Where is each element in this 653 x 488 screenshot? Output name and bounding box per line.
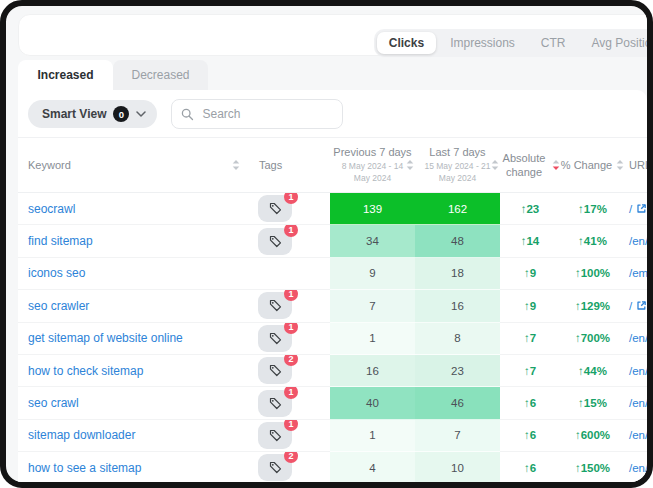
previous-7-days-title: Previous 7 days [333,146,411,158]
keyword-link[interactable]: find sitemap [18,225,250,257]
last-7-days-range: 15 May 2024 - 21 May 2024 [419,161,497,183]
sort-icon[interactable] [616,159,624,171]
tag-count-badge: 1 [284,387,298,398]
url-link[interactable]: /en/ [625,355,647,387]
tag-icon [269,235,282,248]
tag-icon [269,397,282,410]
previous-7-days-value: 139 [330,193,415,225]
absolute-change-label: Absolute change [500,151,548,180]
keyword-link[interactable]: seocrawl [18,193,250,225]
table-row: how to check sitemap 2 16 23 ↑7 ↑44% /en… [18,355,647,387]
sort-icon-active-desc[interactable] [552,159,560,171]
keyword-link[interactable]: seo crawler [18,290,250,322]
url-link[interactable]: /en/ [625,225,647,257]
external-link-icon[interactable] [636,203,647,214]
url-link[interactable]: / [625,193,647,225]
percent-change-value: ↑15% [560,387,625,419]
tag-chip-button[interactable]: 1 [258,228,292,255]
metric-tab-clicks[interactable]: Clicks [377,32,436,54]
url-text: /en/ [629,397,647,409]
main-panel: Smart View 0 Keyword [18,90,647,482]
column-header-tags-label: Tags [259,159,282,171]
tag-chip-button[interactable]: 1 [258,325,292,352]
absolute-change-value: ↑14 [500,225,560,257]
table-row: get sitemap of website online 1 1 8 ↑7 ↑… [18,323,647,355]
sort-icon[interactable] [491,159,499,171]
url-text: / [629,203,632,215]
browser-frame: ClicksImpressionsCTRAvg Position Increas… [0,0,653,488]
last-7-days-value: 18 [415,258,500,290]
tag-chip-button[interactable]: 1 [258,195,292,222]
tag-icon [269,364,282,377]
tag-chip-button[interactable]: 1 [258,292,292,319]
smart-view-dropdown[interactable]: Smart View 0 [28,100,157,128]
metric-tab-avg-position[interactable]: Avg Position [580,32,653,54]
column-header-keyword[interactable]: Keyword [18,138,250,192]
tags-cell [250,258,330,290]
url-link[interactable]: /en/ [625,420,647,452]
column-header-absolute-change[interactable]: Absolute change [500,138,560,192]
last-7-days-value: 16 [415,290,500,322]
tab-increased[interactable]: Increased [18,60,113,90]
tag-count-badge: 2 [284,355,298,366]
column-header-last-7-days[interactable]: Last 7 days 15 May 2024 - 21 May 2024 [415,138,500,192]
column-header-keyword-label: Keyword [28,159,71,171]
sort-icon[interactable] [232,159,240,171]
last-7-days-value: 23 [415,355,500,387]
metric-tab-ctr[interactable]: CTR [529,32,578,54]
column-header-percent-change[interactable]: % Change [560,138,625,192]
table-body: seocrawl 1 139 162 ↑23 ↑17% / find sitem… [18,193,647,485]
absolute-change-value: ↑7 [500,355,560,387]
tag-chip-button[interactable]: 1 [258,422,292,449]
tag-chip-button[interactable]: 1 [258,390,292,417]
tag-chip-button[interactable]: 2 [258,454,292,481]
keyword-link[interactable]: sitemap downloader [18,420,250,452]
url-link[interactable]: /en/ [625,323,647,355]
tags-cell: 2 [250,355,330,387]
screenshot-stage: ClicksImpressionsCTRAvg Position Increas… [0,0,653,488]
url-link[interactable]: /em [625,258,647,290]
percent-change-label: % Change [561,159,612,171]
tags-cell: 1 [250,225,330,257]
url-link[interactable]: /en/ [625,452,647,484]
absolute-change-value: ↑9 [500,258,560,290]
column-header-previous-7-days[interactable]: Previous 7 days 8 May 2024 - 14 May 2024 [330,138,415,192]
url-text: /en/ [629,235,647,247]
metric-tab-impressions[interactable]: Impressions [438,32,527,54]
absolute-change-value: ↑23 [500,193,560,225]
url-text: /en/ [629,332,647,344]
keyword-link[interactable]: get sitemap of website online [18,323,250,355]
keyword-link[interactable]: iconos seo [18,258,250,290]
table-row: sitemap downloader 1 1 7 ↑6 ↑600% /en/ [18,420,647,452]
url-text: / [629,300,632,312]
keyword-link[interactable]: seo crawl [18,387,250,419]
tab-decreased[interactable]: Decreased [113,60,208,90]
tag-count-badge: 2 [284,452,298,463]
percent-change-value: ↑600% [560,420,625,452]
chevron-down-icon [136,111,146,117]
tags-cell: 1 [250,290,330,322]
url-link[interactable]: /en/ [625,387,647,419]
column-header-tags: Tags [250,138,330,192]
external-link-icon[interactable] [636,300,647,311]
last-7-days-value: 8 [415,323,500,355]
table-row: seo crawler 1 7 16 ↑9 ↑129% / [18,290,647,322]
table-row: seocrawl 1 139 162 ↑23 ↑17% / [18,193,647,225]
tag-chip-button[interactable]: 2 [258,357,292,384]
url-link[interactable]: / [625,290,647,322]
search-box[interactable] [171,99,343,129]
tags-cell: 1 [250,420,330,452]
keyword-link[interactable]: how to check sitemap [18,355,250,387]
sort-icon[interactable] [406,159,414,171]
previous-7-days-value: 7 [330,290,415,322]
search-input[interactable] [200,106,333,122]
absolute-change-value: ↑6 [500,420,560,452]
tags-cell: 1 [250,193,330,225]
tag-count-badge: 1 [284,323,298,334]
last-7-days-value: 7 [415,420,500,452]
absolute-change-value: ↑7 [500,323,560,355]
column-header-url: URL [625,138,651,192]
trend-tabs: Increased Decreased [18,60,208,90]
last-7-days-value: 162 [415,193,500,225]
keyword-link[interactable]: how to see a sitemap [18,452,250,484]
